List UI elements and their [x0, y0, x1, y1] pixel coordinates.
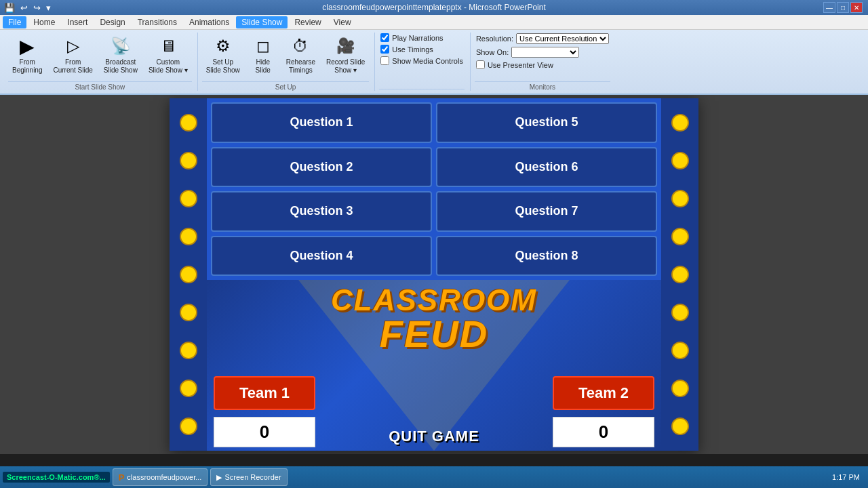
- custom-slideshow-btn[interactable]: 🖥 CustomSlide Show ▾: [144, 33, 192, 77]
- setup-slideshow-icon: ⚙: [212, 35, 234, 57]
- qa-redo[interactable]: ↪: [32, 3, 42, 13]
- question-2-btn[interactable]: Question 2: [211, 147, 432, 188]
- dot-right-4: [671, 228, 689, 245]
- group-start-label: Start Slide Show: [8, 81, 192, 91]
- menu-slideshow[interactable]: Slide Show: [236, 16, 288, 28]
- show-media-row: Show Media Controls: [379, 56, 465, 66]
- ribbon-group-start-slideshow: ▶ FromBeginning ▷ FromCurrent Slide 📡 Br…: [5, 33, 198, 91]
- from-current-label: FromCurrent Slide: [53, 58, 92, 75]
- powerpoint-taskbar-item[interactable]: P classroomfeudpower...: [113, 468, 208, 486]
- dot-right-1: [671, 114, 689, 131]
- menu-design[interactable]: Design: [94, 16, 130, 28]
- question-6-btn[interactable]: Question 6: [436, 147, 657, 188]
- ribbon-group-start-content: ▶ FromBeginning ▷ FromCurrent Slide 📡 Br…: [8, 33, 192, 80]
- group-setup-label: Set Up: [202, 81, 370, 91]
- quit-game-button[interactable]: QUIT GAME: [389, 428, 479, 445]
- dot-right-7: [671, 342, 689, 359]
- resolution-row: Resolution: Use Current Resolution: [475, 33, 610, 45]
- screen-recorder-taskbar-item[interactable]: ▶ Screen Recorder: [210, 468, 287, 486]
- slide-area: Question 1 Question 5 Question 2 Questio…: [0, 95, 868, 454]
- hide-slide-label: HideSlide: [256, 58, 271, 75]
- setup-slideshow-btn[interactable]: ⚙ Set UpSlide Show: [202, 33, 244, 77]
- show-on-label: Show On:: [476, 48, 509, 56]
- record-btn[interactable]: 🎥 Record SlideShow ▾: [322, 33, 369, 77]
- window-title: classroomfeudpowerpointtemplatepptx - Mi…: [322, 3, 545, 12]
- dot-left-2: [180, 152, 197, 169]
- qa-more[interactable]: ▾: [45, 3, 52, 13]
- team2-score: 0: [553, 417, 654, 447]
- menu-animations[interactable]: Animations: [184, 16, 235, 28]
- brand-label: Screencast-O-Matic.com®...: [3, 472, 110, 483]
- dot-left-3: [180, 190, 197, 207]
- rehearse-btn[interactable]: ⏱ RehearseTimings: [282, 33, 319, 77]
- play-narrations-row: Play Narrations: [379, 33, 465, 43]
- game-title: CLASSROOM FEUD: [331, 285, 537, 353]
- record-label: Record SlideShow ▾: [326, 58, 365, 75]
- feud-text: FEUD: [331, 315, 537, 353]
- from-beginning-btn[interactable]: ▶ FromBeginning: [8, 33, 46, 77]
- menu-review[interactable]: Review: [289, 16, 326, 28]
- dot-left-4: [180, 228, 197, 245]
- ribbon-group-monitors-content: Resolution: Use Current Resolution Show …: [475, 33, 610, 80]
- dot-right-6: [671, 304, 689, 321]
- teams-row: Team 1 Team 2: [207, 376, 661, 410]
- team2-button[interactable]: Team 2: [553, 376, 654, 410]
- recorder-icon: ▶: [216, 473, 222, 482]
- team1-button[interactable]: Team 1: [214, 376, 315, 410]
- question-5-btn[interactable]: Question 5: [436, 102, 657, 143]
- taskbar: Screencast-O-Matic.com®... P classroomfe…: [0, 466, 868, 488]
- broadcast-label: BroadcastSlide Show: [104, 58, 138, 75]
- from-beginning-icon: ▶: [16, 35, 38, 57]
- question-7-btn[interactable]: Question 7: [436, 191, 657, 232]
- resolution-select[interactable]: Use Current Resolution: [516, 33, 609, 44]
- show-media-checkbox[interactable]: [380, 56, 389, 65]
- qa-undo[interactable]: ↩: [19, 3, 29, 13]
- menu-transitions[interactable]: Transitions: [132, 16, 182, 28]
- qa-save[interactable]: 💾: [3, 3, 16, 13]
- use-timings-checkbox[interactable]: [380, 45, 389, 54]
- from-beginning-label: FromBeginning: [12, 58, 42, 75]
- rehearse-label: RehearseTimings: [286, 58, 315, 75]
- close-button[interactable]: ✕: [850, 2, 863, 13]
- presenter-view-checkbox[interactable]: [476, 60, 485, 69]
- menu-view[interactable]: View: [328, 16, 357, 28]
- group-monitors-label: Monitors: [475, 81, 610, 91]
- dot-left-6: [180, 304, 197, 321]
- presenter-view-row: Use Presenter View: [475, 60, 610, 70]
- play-narrations-checkbox[interactable]: [380, 33, 389, 42]
- rehearse-icon: ⏱: [290, 35, 311, 57]
- question-4-btn[interactable]: Question 4: [211, 236, 432, 277]
- menu-home[interactable]: Home: [28, 16, 60, 28]
- question-3-btn[interactable]: Question 3: [211, 191, 432, 232]
- dot-right-2: [671, 152, 689, 169]
- dot-right-9: [671, 418, 689, 435]
- dot-left-1: [180, 114, 197, 131]
- use-timings-row: Use Timings: [379, 44, 465, 54]
- ribbon-group-options-content: Play Narrations Use Timings Show Media C…: [379, 33, 465, 87]
- menu-file[interactable]: File: [3, 16, 26, 28]
- left-dots: [170, 98, 207, 451]
- question-8-btn[interactable]: Question 8: [436, 236, 657, 277]
- menu-insert[interactable]: Insert: [62, 16, 93, 28]
- setup-slideshow-label: Set UpSlide Show: [206, 58, 240, 75]
- maximize-button[interactable]: □: [837, 2, 849, 13]
- checkboxes-col: Play Narrations Use Timings Show Media C…: [379, 33, 465, 66]
- group-options-label: [379, 89, 465, 91]
- ribbon-group-monitors: Resolution: Use Current Resolution Show …: [472, 33, 616, 91]
- title-bar: 💾 ↩ ↪ ▾ classroomfeudpowerpointtemplatep…: [0, 0, 868, 15]
- question-1-btn[interactable]: Question 1: [211, 102, 432, 143]
- time-text: 1:17 PM: [832, 473, 860, 481]
- broadcast-btn[interactable]: 📡 BroadcastSlide Show: [100, 33, 142, 77]
- from-current-btn[interactable]: ▷ FromCurrent Slide: [49, 33, 96, 77]
- show-on-row: Show On:: [475, 46, 610, 58]
- custom-slideshow-label: CustomSlide Show ▾: [149, 58, 188, 75]
- slide-canvas: Question 1 Question 5 Question 2 Questio…: [170, 98, 698, 451]
- hide-slide-btn[interactable]: ◻ HideSlide: [247, 33, 279, 77]
- ribbon-group-setup: ⚙ Set UpSlide Show ◻ HideSlide ⏱ Rehears…: [199, 33, 376, 91]
- show-on-select[interactable]: [511, 47, 579, 58]
- dot-left-9: [180, 418, 197, 435]
- minimize-button[interactable]: —: [823, 2, 835, 13]
- use-timings-label: Use Timings: [392, 45, 433, 54]
- custom-slideshow-icon: 🖥: [157, 35, 179, 57]
- dot-left-5: [180, 266, 197, 283]
